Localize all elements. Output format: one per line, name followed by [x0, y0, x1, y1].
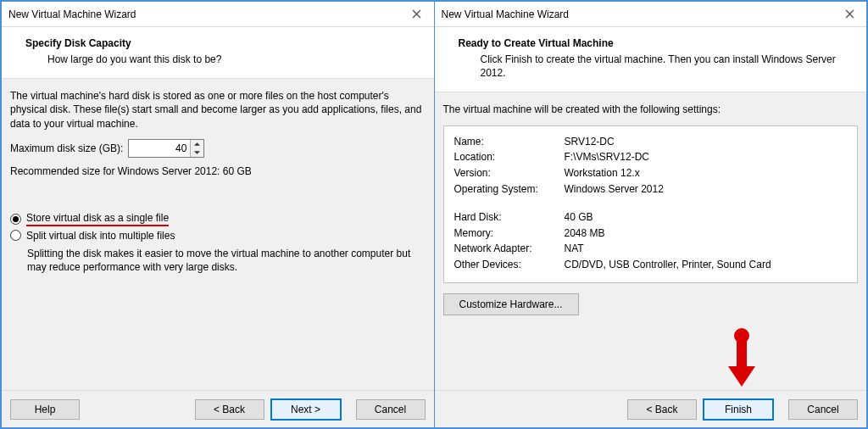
page-title: Ready to Create Virtual Machine — [459, 37, 855, 49]
summary-row: Name:SRV12-DC — [454, 135, 848, 149]
window-title: New Virtual Machine Wizard — [8, 8, 407, 20]
close-icon[interactable] — [407, 4, 427, 25]
split-note: Splitting the disk makes it easier to mo… — [27, 247, 426, 274]
summary-row: Operating System:Windows Server 2012 — [454, 182, 848, 197]
wizard-body: The virtual machine will be created with… — [435, 92, 867, 390]
summary-key: Memory: — [454, 226, 565, 241]
svg-rect-1 — [737, 339, 747, 368]
summary-value: 40 GB — [565, 210, 593, 225]
recommended-text: Recommended size for Windows Server 2012… — [10, 164, 426, 178]
summary-box: Name:SRV12-DCLocation:F:\VMs\SRV12-DCVer… — [443, 125, 859, 283]
wizard-body: The virtual machine's hard disk is store… — [2, 79, 434, 390]
radio-single-label: Store virtual disk as a single file — [26, 212, 169, 226]
summary-key: Other Devices: — [454, 258, 565, 272]
wizard-header: Specify Disk Capacity How large do you w… — [2, 27, 434, 79]
next-button[interactable]: Next > — [271, 399, 341, 420]
spinner-down-icon[interactable] — [191, 148, 203, 157]
summary-row: Network Adapter:NAT — [454, 242, 848, 256]
summary-value: Windows Server 2012 — [565, 182, 664, 197]
summary-row: Memory:2048 MB — [454, 226, 848, 241]
summary-value: Workstation 12.x — [565, 166, 640, 181]
wizard-step-ready: New Virtual Machine Wizard Ready to Crea… — [434, 1, 868, 428]
spinner-up-icon[interactable] — [191, 140, 203, 148]
summary-key: Version: — [454, 166, 565, 181]
radio-single-file[interactable]: Store virtual disk as a single file — [10, 212, 426, 226]
intro-text: The virtual machine will be created with… — [443, 103, 859, 116]
summary-key: Name: — [454, 135, 565, 149]
titlebar: New Virtual Machine Wizard — [435, 2, 867, 27]
summary-key: Location: — [454, 150, 565, 164]
back-button[interactable]: < Back — [627, 399, 697, 420]
customize-hardware-button[interactable]: Customize Hardware... — [443, 293, 579, 315]
back-button[interactable]: < Back — [195, 399, 264, 420]
summary-value: NAT — [565, 242, 584, 256]
window-title: New Virtual Machine Wizard — [442, 8, 840, 20]
help-button[interactable]: Help — [10, 399, 80, 420]
summary-key: Hard Disk: — [454, 210, 565, 225]
titlebar: New Virtual Machine Wizard — [2, 2, 434, 27]
radio-split-files[interactable]: Split virtual disk into multiple files — [10, 230, 426, 242]
disk-size-label: Maximum disk size (GB): — [10, 142, 123, 154]
summary-row: Other Devices:CD/DVD, USB Controller, Pr… — [454, 258, 848, 272]
wizard-header: Ready to Create Virtual Machine Click Fi… — [435, 27, 867, 92]
cancel-button[interactable]: Cancel — [788, 399, 858, 420]
summary-key: Network Adapter: — [454, 242, 565, 256]
annotation-arrow-icon — [725, 327, 759, 388]
summary-value: 2048 MB — [565, 226, 605, 241]
intro-text: The virtual machine's hard disk is store… — [10, 89, 426, 131]
cancel-button[interactable]: Cancel — [356, 399, 426, 420]
radio-split-label: Split virtual disk into multiple files — [26, 230, 175, 242]
page-subtitle: How large do you want this disk to be? — [47, 53, 422, 66]
wizard-footer: < Back Finish Cancel — [435, 390, 867, 427]
close-icon[interactable] — [839, 4, 860, 25]
disk-size-input[interactable] — [129, 140, 190, 157]
summary-row: Hard Disk:40 GB — [454, 210, 848, 225]
wizard-footer: Help < Back Next > Cancel — [2, 390, 434, 427]
summary-row: Location:F:\VMs\SRV12-DC — [454, 150, 848, 164]
summary-value: SRV12-DC — [565, 135, 615, 149]
page-title: Specify Disk Capacity — [25, 37, 422, 49]
summary-row: Version:Workstation 12.x — [454, 166, 848, 181]
summary-key: Operating System: — [454, 182, 565, 197]
finish-button[interactable]: Finish — [704, 399, 773, 420]
wizard-step-disk-capacity: New Virtual Machine Wizard Specify Disk … — [1, 1, 434, 428]
summary-value: F:\VMs\SRV12-DC — [565, 150, 649, 164]
disk-size-spinner[interactable] — [128, 139, 204, 158]
page-subtitle: Click Finish to create the virtual machi… — [481, 53, 855, 80]
summary-value: CD/DVD, USB Controller, Printer, Sound C… — [565, 258, 771, 272]
svg-point-0 — [734, 328, 749, 343]
